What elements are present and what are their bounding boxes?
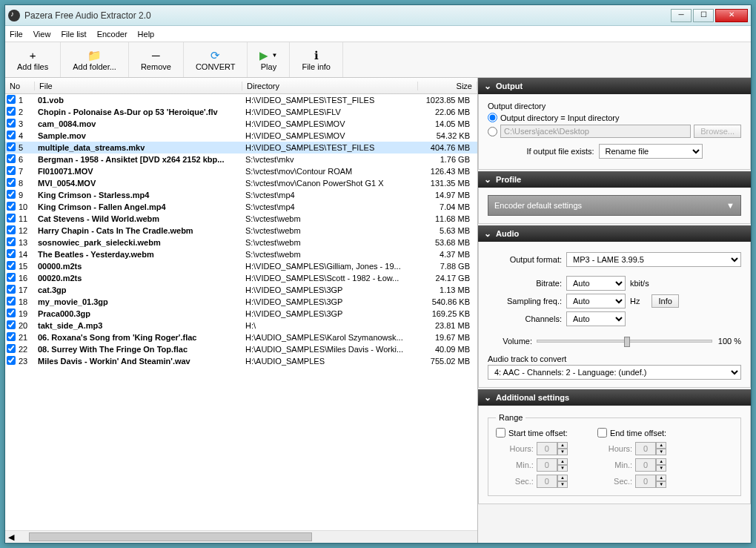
- table-row[interactable]: 11Cat Stevens - Wild World.webmS:\vctest…: [5, 213, 477, 225]
- horizontal-scrollbar[interactable]: ◀: [5, 530, 477, 543]
- menu-view[interactable]: View: [33, 30, 51, 39]
- table-row[interactable]: 10King Crimson - Fallen Angel.mp4S:\vcte…: [5, 201, 477, 213]
- row-checkbox[interactable]: [7, 225, 16, 234]
- row-checkbox[interactable]: [7, 214, 16, 222]
- output-header[interactable]: Output: [478, 78, 751, 94]
- row-checkbox[interactable]: [7, 237, 16, 246]
- start-sec[interactable]: [537, 475, 557, 488]
- chevron-down-icon: ▼: [271, 52, 277, 59]
- row-checkbox[interactable]: [7, 154, 16, 163]
- sampling-select[interactable]: Auto: [566, 294, 626, 308]
- col-file[interactable]: File: [35, 82, 242, 90]
- col-size[interactable]: Size: [418, 82, 477, 90]
- channels-select[interactable]: Auto: [566, 311, 626, 326]
- menu-file[interactable]: File: [10, 30, 23, 39]
- row-checkbox[interactable]: [7, 308, 16, 317]
- row-checkbox[interactable]: [7, 249, 16, 258]
- menu-help[interactable]: Help: [138, 30, 155, 39]
- table-row[interactable]: 2Chopin - Polonaise As-Dur op 53 'Heroiq…: [5, 106, 477, 118]
- table-row[interactable]: 19Praca000.3gpH:\VIDEO_SAMPLES\3GP169.25…: [5, 308, 477, 320]
- start-offset-checkbox[interactable]: [496, 428, 505, 438]
- table-row[interactable]: 5multiple_data_streams.mkvH:\VIDEO_SAMPL…: [5, 142, 477, 153]
- close-button[interactable]: ✕: [715, 9, 748, 22]
- table-row[interactable]: 18my_movie_01.3gpH:\VIDEO_SAMPLES\3GP540…: [5, 296, 477, 308]
- browse-button[interactable]: Browse...: [694, 125, 741, 138]
- row-checkbox[interactable]: [7, 356, 16, 365]
- table-row[interactable]: 14The Beatles - Yesterday.webmS:\vctest\…: [5, 248, 477, 260]
- start-hours[interactable]: [537, 442, 557, 455]
- row-checkbox[interactable]: [7, 107, 16, 116]
- col-dir[interactable]: Directory: [242, 82, 418, 90]
- rows-container[interactable]: 101.vobH:\VIDEO_SAMPLES\TEST_FILES1023.8…: [5, 94, 477, 530]
- row-checkbox[interactable]: [7, 119, 16, 128]
- row-checkbox[interactable]: [7, 166, 16, 175]
- info-button[interactable]: Info: [651, 294, 678, 308]
- start-min[interactable]: [537, 458, 557, 472]
- row-checkbox[interactable]: [7, 344, 16, 353]
- convert-button[interactable]: ⟳CONVERT: [184, 42, 248, 77]
- remove-button[interactable]: ─Remove: [129, 42, 184, 77]
- table-row[interactable]: 9King Crimson - Starless.mp4S:\vctest\mp…: [5, 189, 477, 201]
- window-title: Pazera Free Audio Extractor 2.0: [24, 10, 671, 21]
- row-checkbox[interactable]: [7, 285, 16, 294]
- output-path-input[interactable]: [500, 125, 691, 138]
- maximize-button[interactable]: ☐: [693, 9, 714, 22]
- row-checkbox[interactable]: [7, 202, 16, 211]
- end-sec[interactable]: [635, 475, 656, 488]
- output-same-radio[interactable]: [488, 113, 497, 122]
- table-row[interactable]: 13sosnowiec_park_sielecki.webmS:\vctest\…: [5, 237, 477, 248]
- profile-select[interactable]: Encoder default settings▼: [488, 195, 741, 216]
- row-checkbox[interactable]: [7, 320, 16, 329]
- range-fieldset: Range Start time offset: Hours:▲▼ Min.:▲…: [488, 413, 741, 496]
- add-folder-button[interactable]: 📁Add folder...: [61, 42, 129, 77]
- bitrate-select[interactable]: Auto: [566, 276, 626, 291]
- row-checkbox[interactable]: [7, 142, 16, 151]
- add-files-button[interactable]: +Add files: [5, 42, 61, 77]
- exists-label: If output file exists:: [526, 147, 594, 156]
- menu-encoder[interactable]: Encoder: [97, 30, 127, 39]
- convert-icon: ⟳: [210, 49, 220, 62]
- table-row[interactable]: 2208. Surrey With The Fringe On Top.flac…: [5, 343, 477, 355]
- row-checkbox[interactable]: [7, 261, 16, 270]
- table-row[interactable]: 6Bergman - 1958 - Ansiktet [DVD x264 215…: [5, 153, 477, 165]
- table-row[interactable]: 23Miles Davis - Workin' And Steamin'.wav…: [5, 355, 477, 367]
- end-hours[interactable]: [635, 442, 656, 455]
- table-row[interactable]: 2106. Roxana's Song from 'King Roger'.fl…: [5, 331, 477, 343]
- volume-slider[interactable]: [537, 340, 712, 343]
- profile-header[interactable]: Profile: [478, 171, 751, 188]
- table-row[interactable]: 4Sample.movH:\VIDEO_SAMPLES\MOV54.32 KB: [5, 130, 477, 142]
- col-no[interactable]: No: [5, 82, 35, 90]
- minimize-button[interactable]: ─: [671, 9, 692, 22]
- row-checkbox[interactable]: [7, 297, 16, 306]
- output-custom-radio[interactable]: [488, 127, 497, 136]
- table-row[interactable]: 101.vobH:\VIDEO_SAMPLES\TEST_FILES1023.8…: [5, 94, 477, 106]
- table-row[interactable]: 12Harry Chapin - Cats In The Cradle.webm…: [5, 225, 477, 237]
- output-dir-label: Output directory: [488, 102, 741, 110]
- audio-track-select[interactable]: 4: AAC - Channels: 2 - Language: (undef.…: [488, 365, 741, 380]
- audio-header[interactable]: Audio: [478, 225, 751, 242]
- track-label: Audio track to convert: [488, 354, 741, 363]
- table-row[interactable]: 3cam_0084.movH:\VIDEO_SAMPLES\MOV14.05 M…: [5, 118, 477, 130]
- row-checkbox[interactable]: [7, 332, 16, 341]
- table-row[interactable]: 7FI010071.MOVS:\vctest\mov\Contour ROAM1…: [5, 165, 477, 177]
- menu-filelist[interactable]: File list: [61, 30, 86, 39]
- row-checkbox[interactable]: [7, 178, 16, 187]
- row-checkbox[interactable]: [7, 273, 16, 282]
- folder-icon: 📁: [87, 49, 102, 62]
- row-checkbox[interactable]: [7, 95, 16, 104]
- end-offset-checkbox[interactable]: [597, 428, 607, 438]
- table-row[interactable]: 20takt_side_A.mp3H:\23.81 MB: [5, 320, 477, 331]
- additional-header[interactable]: Additional settings: [478, 389, 751, 406]
- table-row[interactable]: 1600020.m2tsH:\VIDEO_SAMPLES\Scott - 198…: [5, 272, 477, 284]
- table-row[interactable]: 8MVI_0054.MOVS:\vctest\mov\Canon PowerSh…: [5, 177, 477, 189]
- end-min[interactable]: [635, 458, 656, 472]
- table-row[interactable]: 1500000.m2tsH:\VIDEO_SAMPLES\Gilliam, Jo…: [5, 260, 477, 272]
- file-info-button[interactable]: ℹFile info: [290, 42, 343, 77]
- play-button[interactable]: ▶▼Play: [248, 42, 290, 77]
- info-icon: ℹ: [314, 49, 319, 62]
- row-checkbox[interactable]: [7, 131, 16, 139]
- table-row[interactable]: 17cat.3gpH:\VIDEO_SAMPLES\3GP1.13 MB: [5, 284, 477, 296]
- output-format-select[interactable]: MP3 - LAME 3.99.5: [566, 252, 741, 267]
- exists-select[interactable]: Rename file: [599, 144, 703, 159]
- row-checkbox[interactable]: [7, 190, 16, 199]
